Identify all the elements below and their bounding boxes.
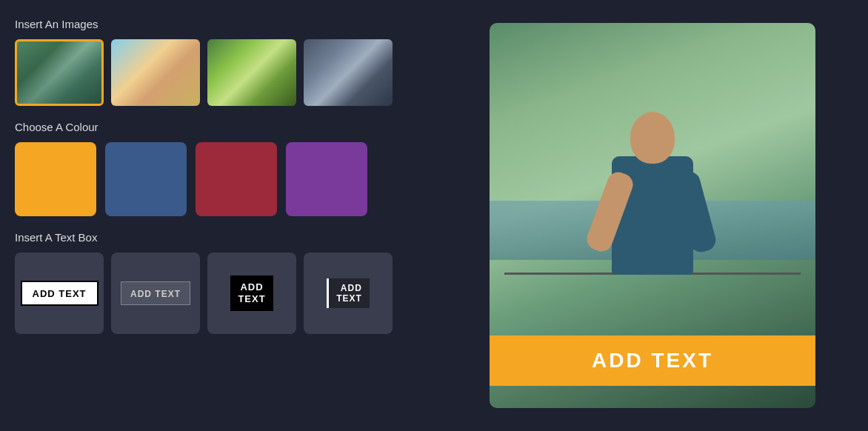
image-thumb-salad[interactable] xyxy=(207,39,296,106)
insert-images-section: Insert An Images xyxy=(15,18,422,106)
textbox-label-4b: TEXT xyxy=(336,293,362,304)
colour-swatch-purple[interactable] xyxy=(286,142,367,216)
image-thumb-building[interactable] xyxy=(304,39,393,106)
textbox-grid: ADD TEXT ADD TEXT ADD TEXT ADD xyxy=(15,253,422,334)
insert-images-title: Insert An Images xyxy=(15,18,422,30)
textbox-option-2[interactable]: ADD TEXT xyxy=(111,253,200,334)
textbox-option-3[interactable]: ADD TEXT xyxy=(207,253,296,334)
image-thumb-beach[interactable] xyxy=(111,39,200,106)
textbox-label-4a: ADD xyxy=(336,283,362,293)
colour-swatch-red[interactable] xyxy=(196,142,277,216)
figure-head xyxy=(630,112,675,164)
textbox-inner-3: ADD TEXT xyxy=(230,275,273,310)
preview-container: ADD TEXT xyxy=(490,23,815,408)
textbox-label-2: ADD TEXT xyxy=(130,289,181,299)
preview-figure xyxy=(586,112,719,349)
colour-grid xyxy=(15,142,422,216)
preview-banner-text: ADD TEXT xyxy=(592,349,713,372)
insert-textbox-section: Insert A Text Box ADD TEXT ADD TEXT ADD … xyxy=(15,231,422,334)
preview-banner: ADD TEXT xyxy=(490,335,815,386)
textbox-option-1[interactable]: ADD TEXT xyxy=(15,253,104,334)
textbox-label-3a: ADD xyxy=(238,281,265,293)
left-panel: Insert An Images Choose A Colour Insert … xyxy=(0,0,437,431)
right-panel: ADD TEXT xyxy=(437,0,868,431)
images-grid xyxy=(15,39,422,106)
image-thumb-runner[interactable] xyxy=(15,39,104,106)
colour-swatch-orange[interactable] xyxy=(15,142,96,216)
choose-colour-section: Choose A Colour xyxy=(15,121,422,216)
colour-swatch-blue[interactable] xyxy=(105,142,187,216)
textbox-label-1: ADD TEXT xyxy=(33,288,87,299)
textbox-option-4[interactable]: ADD TEXT xyxy=(304,253,393,334)
textbox-inner-1: ADD TEXT xyxy=(21,281,99,306)
textbox-label-3b: TEXT xyxy=(238,293,265,305)
textbox-inner-4: ADD TEXT xyxy=(327,278,370,309)
textbox-inner-2: ADD TEXT xyxy=(121,281,190,305)
choose-colour-title: Choose A Colour xyxy=(15,121,422,133)
insert-textbox-title: Insert A Text Box xyxy=(15,231,422,244)
